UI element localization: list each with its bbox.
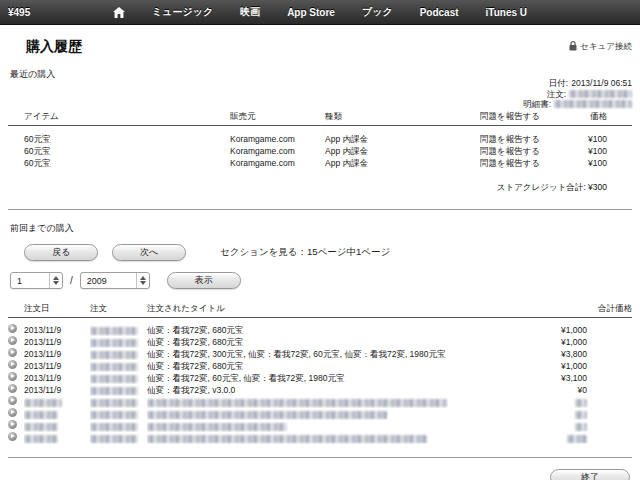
pagination-controls: 戻る 次へ セクションを見る：15ページ中1ページ: [24, 244, 640, 261]
order-titles-cell: 仙変：看我72変, 680元宝: [147, 360, 542, 372]
item-cell: 60元宝: [24, 157, 230, 169]
type-cell: App 内課金: [325, 157, 480, 169]
order-titles-cell: 仙変：看我72変, 60元宝, 仙変：看我72変, 1980元宝: [147, 372, 542, 384]
secure-connection-badge: セキュア接続: [569, 41, 632, 53]
done-button[interactable]: 終了: [550, 469, 630, 480]
year-select[interactable]: 2009: [80, 272, 150, 289]
nav-menu: ミュージック 映画 App Store ブック Podcast iTunes U: [113, 5, 527, 19]
order-date-redacted: [24, 399, 62, 407]
back-button[interactable]: 戻る: [24, 244, 98, 261]
table-row: 2013/11/9 仙変：看我72変, 60元宝, 仙変：看我72変, 1980…: [0, 372, 640, 384]
type-cell: App 内課金: [325, 145, 480, 157]
next-button[interactable]: 次へ: [112, 244, 186, 261]
home-icon[interactable]: [113, 7, 125, 18]
total-price-redacted: [575, 399, 587, 407]
table-row-redacted: [0, 408, 640, 420]
select-stepper-arrows: [49, 273, 62, 288]
account-balance[interactable]: ¥495: [8, 7, 30, 18]
order-detail-arrow-icon[interactable]: [8, 372, 17, 381]
order-detail-arrow-icon[interactable]: [8, 396, 17, 405]
recent-table-rule: [8, 125, 632, 126]
order-titles-cell: 仙変：看我72変, 680元宝: [147, 324, 542, 336]
orders-table-header: 注文日 注文 注文されたタイトル 合計価格: [0, 302, 640, 317]
col-header-titles: 注文されたタイトル: [147, 302, 542, 314]
order-date-cell: 2013/11/9: [24, 372, 90, 384]
secure-connection-label: セキュア接続: [580, 41, 632, 53]
section-divider: [8, 209, 632, 210]
nav-item-books[interactable]: ブック: [362, 5, 393, 19]
order-detail-arrow-icon[interactable]: [8, 420, 17, 429]
page-select[interactable]: 1: [10, 272, 63, 289]
col-header-order: 注文: [90, 302, 147, 314]
seller-cell: Koramgame.com: [230, 145, 325, 157]
col-header-type: 種類: [325, 110, 480, 122]
type-cell: App 内課金: [325, 133, 480, 145]
col-header-seller: 販売元: [230, 110, 325, 122]
order-date-cell: 2013/11/9: [24, 336, 90, 348]
previous-purchases-label: 前回までの購入: [10, 222, 640, 235]
table-row: 2013/11/9 仙変：看我72変, 300元宝, 仙変：看我72変, 60元…: [0, 348, 640, 360]
total-price-cell: ¥3,800: [542, 348, 632, 360]
page-header: 購入履歴 セキュア接続: [0, 25, 640, 56]
nav-item-itunesu[interactable]: iTunes U: [486, 7, 527, 18]
table-row: 60元宝 Koramgame.com App 内課金 問題を報告する ¥100: [0, 145, 640, 157]
col-header-order-date: 注文日: [24, 302, 90, 314]
order-id-redacted: [90, 375, 138, 383]
nav-item-appstore[interactable]: App Store: [287, 7, 335, 18]
order-detail-arrow-icon[interactable]: [8, 384, 17, 393]
order-id-redacted: [90, 411, 138, 419]
report-problem-link[interactable]: 問題を報告する: [480, 157, 542, 169]
seller-cell: Koramgame.com: [230, 157, 325, 169]
item-cell: 60元宝: [24, 145, 230, 157]
orders-table-rows: 2013/11/9 仙変：看我72変, 680元宝 ¥1,000 2013/11…: [0, 324, 640, 444]
order-titles-cell: 仙変：看我72変, v3.0.0: [147, 384, 542, 396]
col-header-total-price: 合計価格: [542, 302, 632, 314]
report-problem-link[interactable]: 問題を報告する: [480, 145, 542, 157]
order-date-redacted: [24, 411, 58, 419]
order-detail-arrow-icon[interactable]: [8, 348, 17, 357]
order-id-redacted: [569, 90, 632, 98]
order-meta: 日付: 2013/11/9 06:51 注文: 明細書:: [523, 78, 632, 110]
invoice-id-redacted: [554, 100, 632, 108]
order-detail-arrow-icon[interactable]: [8, 360, 17, 369]
col-header-price: 価格: [542, 110, 632, 122]
nav-item-podcast[interactable]: Podcast: [420, 7, 459, 18]
order-detail-arrow-icon[interactable]: [8, 432, 17, 441]
select-separator: /: [70, 275, 73, 286]
order-date-cell: 2013/11/9: [24, 324, 90, 336]
report-problem-link[interactable]: 問題を報告する: [480, 133, 542, 145]
page-select-value: 1: [17, 276, 22, 286]
order-date-redacted: [24, 423, 58, 431]
total-price-redacted: [575, 423, 587, 431]
table-row: 60元宝 Koramgame.com App 内課金 問題を報告する ¥100: [0, 133, 640, 145]
order-titles-redacted: [147, 399, 447, 407]
order-detail-arrow-icon[interactable]: [8, 324, 17, 333]
orders-table-rule: [8, 317, 632, 318]
table-row: 2013/11/9 仙変：看我72変, 680元宝 ¥1,000: [0, 336, 640, 348]
order-detail-arrow-icon[interactable]: [8, 336, 17, 345]
order-id-redacted: [90, 339, 138, 347]
col-header-item: アイテム: [24, 110, 230, 122]
select-stepper-arrows: [136, 273, 149, 288]
seller-cell: Koramgame.com: [230, 133, 325, 145]
table-row-redacted: [0, 396, 640, 408]
total-price-redacted: [567, 435, 587, 443]
order-titles-cell: 仙変：看我72変, 680元宝: [147, 336, 542, 348]
table-row-redacted: [0, 432, 640, 444]
total-price-cell: ¥0: [542, 384, 632, 396]
date-value: 2013/11/9 06:51: [571, 78, 632, 89]
table-row-redacted: [0, 420, 640, 432]
order-detail-arrow-icon[interactable]: [8, 408, 17, 417]
order-date-redacted: [24, 435, 58, 443]
top-navbar: ¥495 ミュージック 映画 App Store ブック Podcast iTu…: [0, 0, 640, 25]
total-price-redacted: [575, 411, 587, 419]
nav-item-music[interactable]: ミュージック: [152, 5, 213, 19]
nav-item-movies[interactable]: 映画: [240, 5, 260, 19]
show-button[interactable]: 表示: [167, 272, 241, 289]
item-cell: 60元宝: [24, 133, 230, 145]
order-id-redacted: [90, 351, 138, 359]
order-date-cell: 2013/11/9: [24, 384, 90, 396]
order-id-redacted: [90, 387, 138, 395]
year-select-value: 2009: [87, 276, 107, 286]
order-titles-redacted: [147, 435, 427, 443]
